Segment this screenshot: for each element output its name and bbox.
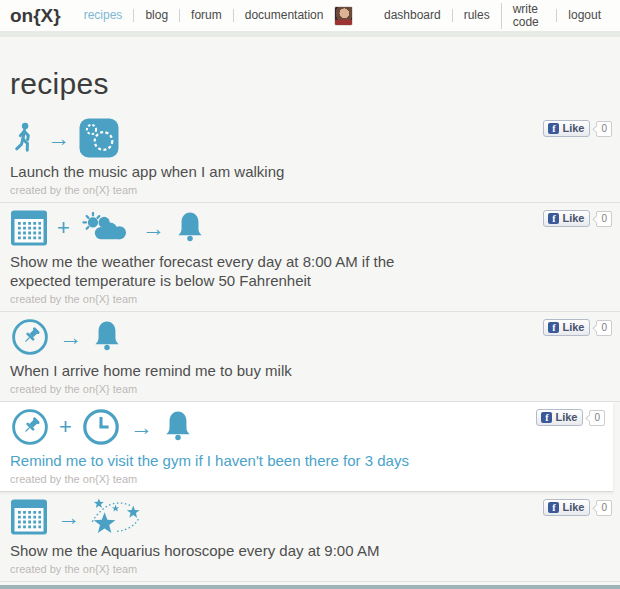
facebook-icon: f — [548, 502, 559, 513]
walking-icon — [10, 122, 38, 155]
nav-item-blog[interactable]: blog — [133, 9, 179, 22]
plus-icon: + — [57, 217, 70, 239]
nav-item-dashboard[interactable]: dashboard — [373, 9, 452, 22]
recipe-row[interactable]: fLike 0 + — [0, 203, 620, 312]
recipe-title[interactable]: Launch the music app when I am walking — [10, 162, 455, 181]
calendar-icon — [10, 498, 48, 536]
footer-band — [0, 585, 620, 589]
bell-icon — [162, 409, 194, 445]
facebook-like-widget: fLike 0 — [543, 499, 612, 516]
recipe-row[interactable]: fLike 0 → When I arrive home remind me t… — [0, 312, 620, 402]
like-label: Like — [562, 501, 584, 513]
main-nav: recipes blog forum documentation — [73, 9, 335, 22]
facebook-like-widget: fLike 0 — [536, 409, 605, 426]
arrow-icon: → — [57, 506, 80, 529]
facebook-icon: f — [548, 123, 559, 134]
recipe-icons: → — [10, 117, 610, 159]
facebook-like-button[interactable]: fLike — [536, 409, 583, 426]
weather-icon — [79, 210, 133, 246]
facebook-like-widget: fLike 0 — [543, 319, 612, 336]
arrow-icon: → — [130, 416, 153, 439]
recipe-byline: created by the on{X} team — [10, 472, 603, 486]
arrow-icon: → — [47, 127, 70, 150]
nav-item-recipes[interactable]: recipes — [73, 9, 134, 22]
facebook-like-button[interactable]: fLike — [543, 499, 590, 516]
recipe-title[interactable]: Remind me to visit the gym if I haven't … — [10, 451, 455, 470]
bell-icon — [91, 319, 123, 355]
arrow-icon: → — [59, 326, 82, 349]
stars-icon — [89, 496, 145, 538]
bell-icon — [174, 210, 206, 246]
facebook-icon: f — [548, 322, 559, 333]
nav-item-write-code[interactable]: write code — [501, 3, 557, 29]
recipe-icons: → — [10, 316, 610, 358]
recipe-title[interactable]: Show me the weather forecast every day a… — [10, 252, 455, 290]
user-nav: dashboard rules write code logout — [373, 3, 612, 29]
facebook-like-widget: fLike 0 — [543, 120, 612, 137]
like-count: 0 — [596, 211, 612, 227]
recipe-byline: created by the on{X} team — [10, 292, 610, 306]
facebook-like-button[interactable]: fLike — [543, 319, 590, 336]
nav-item-logout[interactable]: logout — [556, 9, 612, 22]
page-title: recipes — [0, 37, 620, 113]
recipe-row[interactable]: fLike 0 → Show me the Aquarius horosc — [0, 492, 620, 582]
onx-logo[interactable]: on{X} — [10, 5, 61, 27]
location-pin-icon — [10, 407, 50, 447]
clock-icon — [81, 407, 121, 447]
recipe-icons: + → — [10, 406, 603, 448]
like-label: Like — [555, 411, 577, 423]
nav-item-documentation[interactable]: documentation — [233, 9, 335, 22]
recipe-byline: created by the on{X} team — [10, 183, 610, 197]
facebook-icon: f — [541, 412, 552, 423]
nav-item-forum[interactable]: forum — [179, 9, 233, 22]
recipe-title[interactable]: When I arrive home remind me to buy milk — [10, 361, 455, 380]
nav-item-rules[interactable]: rules — [452, 9, 501, 22]
plus-icon: + — [59, 416, 72, 438]
facebook-like-button[interactable]: fLike — [543, 120, 590, 137]
recipe-icons: → — [10, 496, 610, 538]
location-pin-icon — [10, 317, 50, 357]
arrow-icon: → — [142, 217, 165, 240]
like-count: 0 — [596, 320, 612, 336]
avatar[interactable] — [334, 6, 352, 26]
like-count: 0 — [589, 410, 605, 426]
like-label: Like — [562, 122, 584, 134]
like-label: Like — [562, 321, 584, 333]
music-app-icon — [79, 118, 119, 158]
facebook-like-button[interactable]: fLike — [543, 210, 590, 227]
recipe-row[interactable]: fLike 0 + → Remind me to visit the gy — [0, 402, 613, 492]
recipe-row[interactable]: fLike 0 → Launch the music app when I am… — [0, 113, 620, 203]
like-count: 0 — [596, 121, 612, 137]
recipe-byline: created by the on{X} team — [10, 382, 610, 396]
like-count: 0 — [596, 500, 612, 516]
top-bar: on{X} recipes blog forum documentation d… — [0, 0, 620, 31]
facebook-like-widget: fLike 0 — [543, 210, 612, 227]
calendar-icon — [10, 209, 48, 247]
recipe-byline: created by the on{X} team — [10, 562, 610, 576]
like-label: Like — [562, 212, 584, 224]
recipe-title[interactable]: Show me the Aquarius horoscope every day… — [10, 541, 455, 560]
recipe-icons: + → — [10, 207, 610, 249]
facebook-icon: f — [548, 213, 559, 224]
